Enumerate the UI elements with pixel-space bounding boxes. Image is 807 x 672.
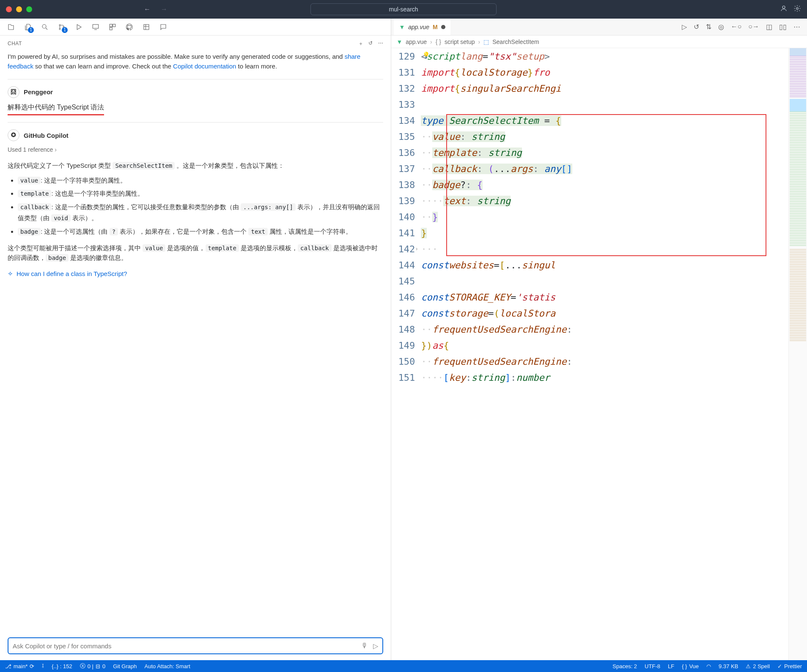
nav-arrows: ← → xyxy=(144,5,167,13)
svg-rect-8 xyxy=(113,24,115,27)
user-message: 囧 Penggeor 解释选中代码的 TypeScript 语法 xyxy=(8,79,383,123)
tab-filename: app.vue xyxy=(408,24,429,30)
copilot-doc-link[interactable]: Copilot documentation xyxy=(173,63,236,70)
split-icon[interactable]: ▯▯ xyxy=(779,23,787,31)
code-editor[interactable]: 129 131 132 133 134 135 136 137 138 139 … xyxy=(391,48,807,660)
github-icon[interactable] xyxy=(124,22,134,32)
answer-text: 这个类型可能被用于描述一个搜索选择项，其中 xyxy=(8,244,143,251)
chat-input[interactable]: 🎙 ▷ xyxy=(8,637,383,654)
code-token: callback xyxy=(298,244,331,252)
code-token: value xyxy=(18,177,41,184)
maximize-window-icon[interactable] xyxy=(26,6,32,12)
source-control-icon[interactable]: 1 xyxy=(57,22,67,32)
sb-gitgraph[interactable]: Git Graph xyxy=(113,663,137,669)
settings-gear-icon[interactable] xyxy=(793,5,801,14)
explorer-icon[interactable] xyxy=(6,22,16,32)
window-controls xyxy=(6,6,32,12)
open-changes-icon[interactable]: ◎ xyxy=(718,23,724,31)
window-title: mul-search xyxy=(389,6,418,13)
svg-point-2 xyxy=(42,25,46,28)
sb-prettier[interactable]: ✓ Prettier xyxy=(777,663,802,669)
history-icon[interactable]: ↺ xyxy=(368,40,373,47)
chat-icon[interactable] xyxy=(158,22,168,32)
account-icon[interactable] xyxy=(780,5,788,14)
sb-problems[interactable]: ⓧ 0 | ⊟ 0 xyxy=(80,662,105,670)
breadcrumb[interactable]: ▼ app.vue › { } script setup › ⬚ SearchS… xyxy=(391,36,807,48)
assistant-name: GitHub Copilot xyxy=(24,131,69,140)
user-query-text: 解释选中代码的 TypeScript 语法 xyxy=(8,102,104,116)
code-token: badge xyxy=(46,254,69,262)
timeline-icon[interactable]: ↺ xyxy=(694,23,699,31)
chat-title: CHAT xyxy=(8,41,22,46)
remote-icon[interactable] xyxy=(91,22,101,32)
more-icon[interactable]: ⋯ xyxy=(378,40,384,47)
more-actions-icon[interactable]: ⋯ xyxy=(793,23,800,31)
svg-point-1 xyxy=(796,8,799,10)
sb-spaces[interactable]: Spaces: 2 xyxy=(612,663,637,669)
go-back-icon[interactable]: ←○ xyxy=(731,23,742,31)
forward-icon[interactable]: → xyxy=(161,5,167,13)
svg-rect-10 xyxy=(144,25,149,30)
code-token: SearchSelectItem xyxy=(113,162,175,169)
list-item: value: 这是一个字符串类型的属性。 xyxy=(18,175,383,186)
fold-icon[interactable]: › xyxy=(415,246,418,252)
chat-intro: I'm powered by AI, so surprises and mist… xyxy=(8,52,383,79)
explorer-badge: 1 xyxy=(28,27,34,33)
lightbulb-icon[interactable]: 💡 xyxy=(423,52,430,58)
activity-bar: 1 1 xyxy=(0,19,391,36)
assistant-message: ✪ GitHub Copilot Used 1 reference › 这段代码… xyxy=(8,122,383,290)
close-window-icon[interactable] xyxy=(6,6,12,12)
list-item: callback: 这是一个函数类型的属性，它可以接受任意数量和类型的参数（由 … xyxy=(18,202,383,224)
titlebar: ← → mul-search xyxy=(0,0,807,19)
go-forward-icon[interactable]: ○→ xyxy=(748,23,759,31)
sb-autoattach[interactable]: Auto Attach: Smart xyxy=(145,663,190,669)
copilot-avatar-icon: ✪ xyxy=(8,129,19,141)
files-icon[interactable]: 1 xyxy=(23,22,33,32)
sb-encoding[interactable]: UTF-8 xyxy=(645,663,660,669)
breadcrumb-section[interactable]: script setup xyxy=(445,38,475,45)
vue-icon: ▼ xyxy=(396,38,402,45)
mic-icon[interactable]: 🎙 xyxy=(361,642,368,650)
sb-bell-icon[interactable]: ◠ xyxy=(706,663,711,669)
references-icon[interactable] xyxy=(141,22,151,32)
line-gutter: 129 131 132 133 134 135 136 137 138 139 … xyxy=(391,48,421,660)
vue-icon: ▼ xyxy=(399,24,405,30)
send-icon[interactable]: ▷ xyxy=(373,642,378,650)
sb-graph-icon[interactable]: ⫱ xyxy=(42,663,44,669)
code-token: void xyxy=(51,214,71,222)
breadcrumb-file[interactable]: app.vue xyxy=(406,38,427,45)
preview-icon[interactable]: ◫ xyxy=(766,23,772,31)
intro-mid: so that we can learn and improve. Check … xyxy=(33,63,173,70)
sb-branch[interactable]: ⎇ main* ⟳ xyxy=(5,663,34,669)
breadcrumb-symbol[interactable]: SearchSelectItem xyxy=(492,38,539,45)
run-icon[interactable]: ▷ xyxy=(682,23,687,31)
minimize-window-icon[interactable] xyxy=(16,6,22,12)
sb-lang[interactable]: { } Vue xyxy=(682,663,699,669)
chat-panel: 1 1 CHAT ＋ ↺ ⋯ I'm powered by AI, so sur… xyxy=(0,19,391,660)
code-token: text xyxy=(248,228,268,235)
chat-header: CHAT ＋ ↺ ⋯ xyxy=(0,36,391,52)
used-references[interactable]: Used 1 reference › xyxy=(8,145,383,155)
chat-body: I'm powered by AI, so surprises and mist… xyxy=(0,52,391,635)
editor-tab[interactable]: ▼ app.vue M xyxy=(394,19,450,35)
sb-eol[interactable]: LF xyxy=(668,663,674,669)
code-token: template xyxy=(206,244,239,252)
code-lines[interactable]: <script lang="tsx" setup> import { local… xyxy=(421,48,788,660)
extensions-icon[interactable] xyxy=(107,22,118,32)
sb-size[interactable]: 9.37 KB xyxy=(719,663,738,669)
followup-suggestion[interactable]: ✧ How can I define a class in TypeScript… xyxy=(8,269,383,279)
git-compare-icon[interactable]: ⇅ xyxy=(706,23,711,31)
answer-text: 。这是一个对象类型，包含以下属性： xyxy=(175,162,284,169)
new-chat-icon[interactable]: ＋ xyxy=(358,40,364,47)
search-icon[interactable] xyxy=(40,22,50,32)
user-name: Penggeor xyxy=(24,87,53,97)
sb-brackets[interactable]: {..} : 152 xyxy=(52,663,72,669)
svg-rect-6 xyxy=(93,25,99,28)
debug-icon[interactable] xyxy=(74,22,84,32)
list-item: badge: 这是一个可选属性（由 ? 表示），如果存在，它是一个对象，包含一个… xyxy=(18,226,383,237)
minimap[interactable] xyxy=(788,48,807,660)
sb-spell[interactable]: ⚠ 2 Spell xyxy=(746,663,770,669)
command-center[interactable]: mul-search xyxy=(310,3,497,15)
chat-input-field[interactable] xyxy=(13,642,357,650)
back-icon[interactable]: ← xyxy=(144,5,151,13)
